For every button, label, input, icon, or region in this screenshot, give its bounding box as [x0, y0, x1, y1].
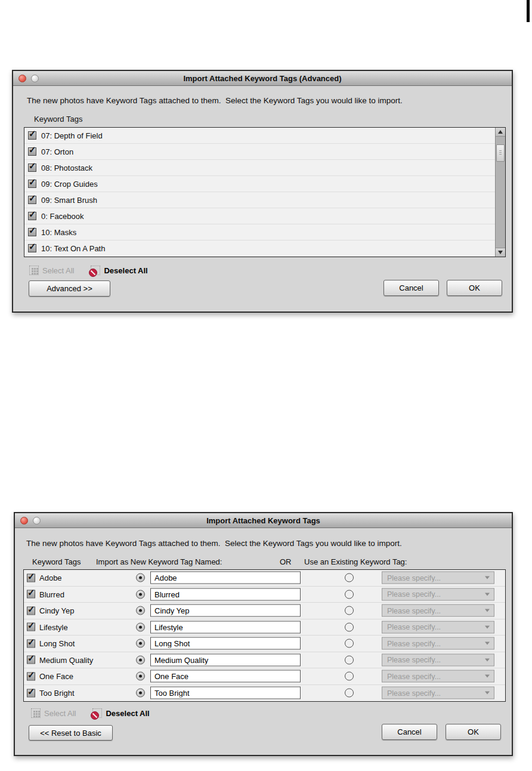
checkbox-checked-icon[interactable]: [28, 164, 36, 172]
chevron-down-icon: [485, 593, 490, 596]
new-tag-name-input[interactable]: [150, 605, 301, 617]
existing-tag-dropdown[interactable]: Please specify...: [382, 621, 494, 633]
checkbox-checked-icon[interactable]: [27, 590, 35, 599]
keyword-tags-label: Keyword Tags: [34, 115, 82, 124]
keyword-tag-row[interactable]: 10: Masks: [24, 224, 505, 240]
checkbox-checked-icon[interactable]: [27, 639, 35, 647]
keyword-tag-row[interactable]: 07: Orton: [24, 144, 505, 160]
use-existing-radio[interactable]: [345, 606, 354, 615]
deselect-all-icon: [92, 708, 102, 718]
select-all-label: Select All: [42, 266, 74, 275]
keyword-tag-list: 07: Depth of Field 07: Orton 08: Photost…: [24, 127, 506, 257]
import-keyword-tags-advanced-dialog: Import Attached Keyword Tags (Advanced) …: [12, 70, 513, 313]
import-as-new-radio[interactable]: [136, 672, 145, 681]
import-as-new-radio[interactable]: [136, 655, 145, 664]
keyword-tag-label: Lifestyle: [39, 622, 68, 631]
checkbox-checked-icon[interactable]: [27, 656, 35, 664]
keyword-tag-label: 10: Masks: [41, 228, 76, 237]
deselect-all-button[interactable]: Deselect All: [92, 708, 149, 718]
checkbox-checked-icon[interactable]: [28, 244, 36, 252]
new-tag-name-input[interactable]: [150, 621, 301, 633]
use-existing-radio[interactable]: [345, 672, 354, 681]
scrollbar[interactable]: [495, 128, 505, 257]
no-entry-icon: [89, 269, 97, 277]
use-existing-radio[interactable]: [345, 622, 354, 631]
import-tag-row: Cindy Yep Please specify...: [24, 603, 505, 619]
checkbox-checked-icon[interactable]: [27, 573, 35, 582]
no-entry-icon: [91, 711, 99, 720]
import-as-new-radio[interactable]: [136, 622, 145, 631]
titlebar[interactable]: Import Attached Keyword Tags: [15, 513, 512, 528]
ok-button[interactable]: OK: [446, 724, 501, 740]
existing-tag-dropdown[interactable]: Please specify...: [382, 637, 494, 650]
use-existing-radio[interactable]: [345, 573, 354, 582]
existing-tag-dropdown[interactable]: Please specify...: [382, 605, 494, 617]
keyword-tag-row[interactable]: 10: Text On A Path: [24, 240, 505, 257]
import-tag-row: Lifestyle Please specify...: [24, 619, 505, 636]
keyword-tag-label: 10: Text On A Path: [41, 244, 105, 253]
use-existing-radio[interactable]: [345, 639, 354, 648]
keyword-tag-label: Long Shot: [39, 639, 75, 648]
new-tag-name-input[interactable]: [150, 653, 301, 666]
import-as-new-radio[interactable]: [136, 573, 145, 582]
import-tag-row: Too Bright Please specify...: [24, 685, 505, 702]
scan-edge-artifact: [527, 0, 530, 22]
import-as-new-radio[interactable]: [136, 639, 145, 648]
new-tag-name-input[interactable]: [150, 687, 301, 699]
keyword-tag-row[interactable]: 09: Smart Brush: [24, 192, 505, 208]
checkbox-checked-icon[interactable]: [28, 131, 36, 140]
selection-toolbar: Select All Deselect All: [29, 266, 148, 275]
new-tag-name-input[interactable]: [150, 637, 301, 650]
cancel-button[interactable]: Cancel: [382, 724, 437, 740]
checkbox-checked-icon[interactable]: [27, 606, 35, 615]
existing-tag-dropdown[interactable]: Please specify...: [382, 653, 494, 666]
import-as-new-radio[interactable]: [136, 606, 145, 615]
keyword-tag-label: Too Bright: [39, 689, 75, 698]
checkbox-checked-icon[interactable]: [27, 689, 35, 697]
import-as-new-radio[interactable]: [136, 590, 145, 599]
deselect-all-button[interactable]: Deselect All: [91, 266, 147, 275]
deselect-all-label: Deselect All: [104, 266, 147, 275]
new-tag-name-input[interactable]: [150, 670, 301, 683]
import-tag-row: One Face Please specify...: [24, 668, 505, 685]
selection-toolbar: Select All Deselect All: [31, 708, 150, 718]
ok-button[interactable]: OK: [447, 280, 502, 296]
select-all-button[interactable]: Select All: [29, 266, 74, 275]
scrollbar-thumb[interactable]: [496, 144, 505, 162]
existing-tag-dropdown[interactable]: Please specify...: [382, 572, 494, 584]
keyword-tag-row[interactable]: 09: Crop Guides: [24, 176, 505, 192]
use-existing-radio[interactable]: [345, 689, 354, 698]
import-as-new-radio[interactable]: [136, 689, 145, 698]
keyword-tag-label: 07: Depth of Field: [41, 131, 103, 140]
new-tag-name-input[interactable]: [150, 588, 301, 600]
existing-tag-dropdown[interactable]: Please specify...: [382, 687, 494, 699]
advanced-mode-button[interactable]: Advanced >>: [29, 280, 110, 297]
scroll-down-button[interactable]: [496, 248, 505, 257]
keyword-tag-label: Medium Quality: [39, 655, 93, 664]
dropdown-placeholder: Please specify...: [382, 656, 485, 664]
cancel-button[interactable]: Cancel: [383, 280, 439, 296]
dialog-title: Import Attached Keyword Tags: [15, 516, 512, 525]
use-existing-radio[interactable]: [345, 590, 354, 599]
checkbox-checked-icon[interactable]: [27, 623, 35, 631]
dropdown-placeholder: Please specify...: [382, 606, 485, 615]
checkbox-checked-icon[interactable]: [28, 228, 36, 236]
titlebar[interactable]: Import Attached Keyword Tags (Advanced): [13, 71, 512, 86]
existing-tag-dropdown[interactable]: Please specify...: [382, 588, 494, 600]
keyword-tag-row[interactable]: 0: Facebook: [24, 208, 505, 224]
use-existing-radio[interactable]: [345, 655, 354, 664]
checkbox-checked-icon[interactable]: [28, 212, 36, 220]
existing-tag-dropdown[interactable]: Please specify...: [382, 670, 494, 683]
select-all-button[interactable]: Select All: [31, 708, 76, 718]
checkbox-checked-icon[interactable]: [28, 180, 36, 188]
reset-to-basic-button[interactable]: << Reset to Basic: [29, 725, 113, 741]
checkbox-checked-icon[interactable]: [28, 196, 36, 204]
keyword-tag-row[interactable]: 07: Depth of Field: [24, 128, 505, 144]
dropdown-placeholder: Please specify...: [382, 689, 485, 697]
dropdown-placeholder: Please specify...: [382, 590, 485, 599]
keyword-tag-row[interactable]: 08: Photostack: [24, 160, 505, 176]
scroll-up-button[interactable]: [496, 128, 505, 137]
new-tag-name-input[interactable]: [150, 572, 301, 584]
checkbox-checked-icon[interactable]: [27, 672, 35, 680]
checkbox-checked-icon[interactable]: [28, 147, 36, 156]
